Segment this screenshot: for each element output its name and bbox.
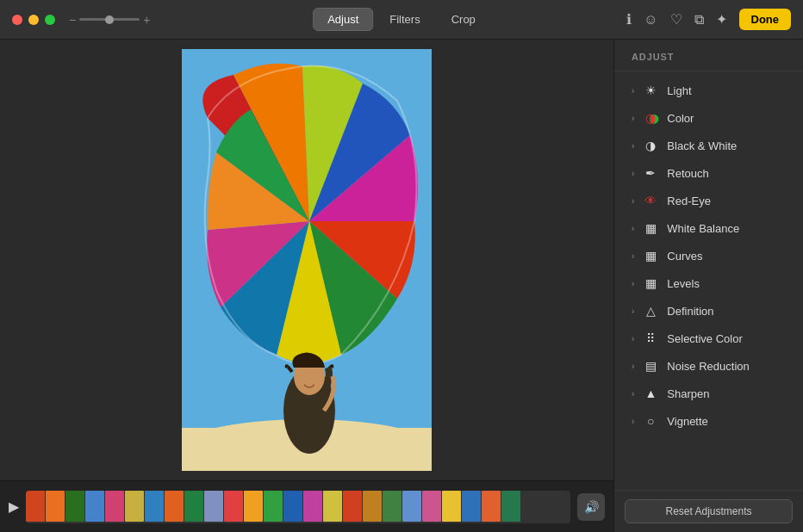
adjust-item-label: Selective Color [667, 332, 786, 345]
film-frame [165, 491, 184, 522]
sharpen-icon: ▲ [643, 387, 658, 400]
film-frame [283, 491, 302, 522]
chevron-right-icon: › [632, 86, 634, 96]
adjust-item-label: Light [667, 84, 786, 97]
copy-icon[interactable]: ⧉ [694, 12, 704, 28]
chevron-right-icon: › [632, 114, 634, 123]
chevron-right-icon: › [632, 251, 634, 261]
titlebar: − + Adjust Filters Crop ℹ ☺ ♡ ⧉ ✦ Done [0, 0, 803, 40]
film-frame [462, 491, 481, 522]
tab-bar: Adjust Filters Crop [313, 8, 490, 31]
adjust-item-color[interactable]: › ◑ Color [619, 104, 798, 132]
info-icon[interactable]: ℹ [626, 11, 632, 28]
film-frame [125, 491, 144, 522]
adjust-item-label: Levels [667, 277, 786, 290]
chevron-right-icon: › [632, 141, 634, 151]
chevron-right-icon: › [632, 417, 634, 426]
film-frame [501, 491, 520, 522]
levels-icon: ▦ [643, 276, 658, 290]
main-content: ▶ [0, 40, 803, 532]
volume-button[interactable]: 🔊 [577, 493, 605, 521]
film-frame [422, 491, 441, 522]
adjust-item-label: Color [667, 112, 786, 125]
color-icon: ◑ [643, 111, 658, 125]
adjust-item-black-white[interactable]: › ◑ Black & White [619, 132, 798, 159]
adjust-item-label: Red-Eye [667, 195, 786, 207]
film-frame [383, 491, 402, 522]
reset-adjustments-button[interactable]: Reset Adjustments [625, 499, 793, 523]
adjust-panel: ADJUST › ☀ Light › ◑ Color › ◑ Black & W… [613, 40, 803, 532]
adjust-item-retouch[interactable]: › ✒ Retouch [619, 159, 798, 187]
adjust-item-label: Vignette [667, 415, 786, 428]
tab-filters[interactable]: Filters [375, 8, 434, 31]
magic-icon[interactable]: ✦ [716, 11, 727, 28]
panel-bottom: Reset Adjustments [614, 490, 803, 532]
definition-icon: △ [643, 304, 658, 318]
curves-icon: ▦ [643, 249, 658, 263]
adjust-item-label: Sharpen [667, 387, 786, 400]
vignette-icon: ○ [643, 414, 658, 428]
chevron-right-icon: › [632, 196, 634, 206]
adjust-item-light[interactable]: › ☀ Light [619, 77, 798, 104]
adjust-list: › ☀ Light › ◑ Color › ◑ Black & White › … [614, 71, 803, 490]
chevron-right-icon: › [632, 306, 634, 316]
film-frame [85, 491, 104, 522]
adjust-item-levels[interactable]: › ▦ Levels [619, 269, 798, 297]
chevron-right-icon: › [632, 169, 634, 178]
film-frame [105, 491, 124, 522]
heart-icon[interactable]: ♡ [670, 11, 682, 28]
film-frame [482, 491, 501, 522]
minimize-button[interactable] [28, 15, 39, 25]
selective-color-icon: ⠿ [643, 331, 658, 345]
film-frame [145, 491, 164, 522]
play-button[interactable]: ▶ [9, 498, 19, 515]
adjust-item-label: Curves [667, 250, 786, 263]
adjust-item-red-eye[interactable]: › 👁 Red-Eye [619, 187, 798, 214]
tab-crop[interactable]: Crop [437, 8, 490, 31]
maximize-button[interactable] [45, 15, 55, 25]
film-frame [204, 491, 223, 522]
tab-adjust[interactable]: Adjust [313, 8, 373, 31]
adjust-item-label: Black & White [667, 139, 786, 152]
photo-canvas [0, 40, 613, 480]
zoom-slider[interactable]: − + [69, 13, 150, 27]
film-frame [264, 491, 283, 522]
red-eye-icon: 👁 [643, 194, 658, 207]
photo-area: ▶ [0, 40, 613, 532]
adjust-item-label: Retouch [667, 167, 786, 180]
zoom-thumb[interactable] [105, 15, 114, 24]
adjust-item-selective-color[interactable]: › ⠿ Selective Color [619, 325, 798, 352]
adjust-item-sharpen[interactable]: › ▲ Sharpen [619, 380, 798, 407]
film-frame [343, 491, 362, 522]
light-icon: ☀ [643, 84, 658, 97]
black-white-icon: ◑ [643, 139, 658, 152]
filmstrip[interactable] [26, 491, 570, 523]
adjust-item-vignette[interactable]: › ○ Vignette [619, 407, 798, 435]
film-frame [363, 491, 382, 522]
close-button[interactable] [12, 15, 22, 25]
zoom-plus-icon[interactable]: + [143, 13, 150, 27]
film-frame [184, 491, 203, 522]
done-button[interactable]: Done [739, 9, 792, 30]
retouch-icon: ✒ [643, 166, 658, 180]
adjust-item-definition[interactable]: › △ Definition [619, 297, 798, 325]
film-frame [46, 491, 65, 522]
toolbar-right: ℹ ☺ ♡ ⧉ ✦ Done [626, 9, 791, 30]
photo-image [182, 49, 432, 471]
chevron-right-icon: › [632, 279, 634, 288]
zoom-track[interactable] [79, 18, 140, 21]
adjust-item-label: Definition [667, 305, 786, 318]
adjust-item-label: Noise Reduction [667, 360, 786, 373]
face-icon[interactable]: ☺ [644, 12, 657, 28]
adjust-item-curves[interactable]: › ▦ Curves [619, 242, 798, 269]
adjust-item-label: White Balance [667, 222, 786, 235]
film-frame [442, 491, 461, 522]
film-frame [224, 491, 243, 522]
chevron-right-icon: › [632, 334, 634, 343]
adjust-item-white-balance[interactable]: › ▦ White Balance [619, 214, 798, 242]
adjust-item-noise-reduction[interactable]: › ▤ Noise Reduction [619, 352, 798, 380]
film-frame [65, 491, 84, 522]
zoom-minus-icon[interactable]: − [69, 13, 76, 27]
film-frame [26, 491, 45, 522]
bottom-bar: ▶ [0, 480, 613, 532]
